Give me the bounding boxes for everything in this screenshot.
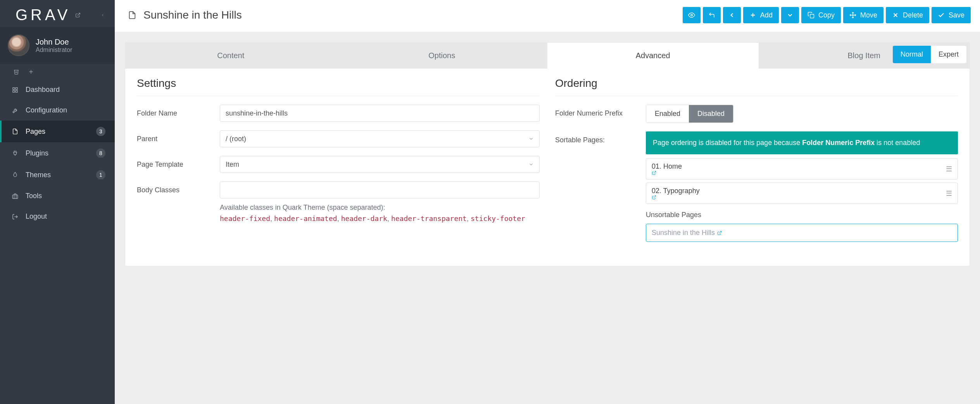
body-classes-label: Body Classes — [137, 181, 210, 194]
settings-heading: Settings — [137, 77, 540, 96]
ordering-notice: Page ordering is disabled for this page … — [646, 131, 958, 154]
svg-point-9 — [691, 14, 693, 16]
sidebar-item-label: Pages — [26, 128, 45, 136]
parent-select[interactable]: / (root) — [220, 130, 540, 147]
sidebar: GRAV John Doe Administrator — [0, 0, 115, 404]
sidebar-collapse-icon[interactable] — [98, 10, 107, 21]
plus-icon[interactable] — [28, 69, 34, 75]
ordering-column: Ordering Folder Numeric Prefix Enabled D… — [555, 77, 958, 250]
sidebar-item-logout[interactable]: Logout — [0, 206, 115, 227]
ordering-heading: Ordering — [555, 77, 958, 96]
parent-label: Parent — [137, 130, 210, 143]
user-name: John Doe — [36, 38, 72, 47]
page-title: Sunshine in the Hills — [143, 9, 242, 21]
sidebar-item-pages[interactable]: Pages 3 — [0, 121, 115, 142]
body-classes-help: Available classes in Quark Theme (space … — [220, 202, 540, 224]
file-icon — [128, 10, 136, 20]
svg-rect-5 — [16, 90, 17, 92]
drag-handle-icon[interactable]: ☰ — [946, 189, 952, 198]
class-code: header-dark — [341, 214, 387, 223]
sidebar-item-themes[interactable]: Themes 1 — [0, 164, 115, 186]
file-icon — [12, 128, 19, 135]
select-value: / (root) — [226, 135, 246, 143]
prefix-enabled-button[interactable]: Enabled — [646, 105, 689, 123]
sortable-item[interactable]: 01. Home ☰ — [646, 158, 958, 180]
copy-button[interactable]: Copy — [801, 7, 841, 23]
notice-strong: Folder Numeric Prefix — [802, 139, 875, 147]
page-template-select[interactable]: Item — [220, 156, 540, 173]
delete-button[interactable]: Delete — [886, 7, 929, 23]
trash-icon[interactable] — [13, 69, 19, 75]
sidebar-item-label: Tools — [26, 192, 42, 200]
add-dropdown-button[interactable] — [781, 7, 799, 23]
main: Sunshine in the Hills — [115, 0, 980, 404]
sortable-item[interactable]: 02. Typography ☰ — [646, 183, 958, 204]
button-label: Save — [949, 11, 964, 19]
notice-text: is not enabled — [875, 139, 920, 147]
external-link-icon[interactable] — [652, 171, 684, 175]
save-button[interactable]: Save — [932, 7, 971, 23]
prefix-label: Folder Numeric Prefix — [555, 105, 637, 117]
sidebar-item-configuration[interactable]: Configuration — [0, 100, 115, 121]
add-button[interactable]: Add — [743, 7, 779, 23]
chevron-down-icon — [528, 162, 534, 167]
notice-text: Page ordering is disabled for this page … — [653, 139, 802, 147]
prefix-disabled-button[interactable]: Disabled — [689, 105, 733, 123]
svg-line-0 — [78, 13, 80, 15]
mode-expert-button[interactable]: Expert — [931, 46, 966, 63]
mode-normal-button[interactable]: Normal — [893, 46, 931, 63]
class-code: header-transparent — [391, 214, 467, 223]
undo-button[interactable] — [703, 7, 721, 23]
eye-icon — [688, 12, 695, 19]
class-code: header-fixed — [220, 214, 270, 223]
sidebar-item-plugins[interactable]: Plugins 8 — [0, 142, 115, 164]
user-block[interactable]: John Doe Administrator — [0, 27, 115, 64]
sidebar-badge: 3 — [96, 127, 105, 136]
brand-name: GRAV — [16, 6, 71, 24]
svg-line-19 — [719, 231, 721, 233]
briefcase-icon — [12, 193, 19, 199]
svg-rect-4 — [16, 88, 17, 90]
dashboard-icon — [12, 87, 19, 93]
sortable-label: Sortable Pages: — [555, 131, 637, 144]
sidebar-item-label: Themes — [26, 171, 51, 179]
move-icon — [849, 12, 856, 19]
plug-icon — [12, 150, 19, 156]
brand-logo[interactable]: GRAV — [16, 6, 81, 24]
svg-rect-3 — [13, 88, 15, 90]
tab-content[interactable]: Content — [125, 43, 336, 69]
chevron-left-icon — [728, 12, 735, 19]
tab-advanced[interactable]: Advanced — [547, 43, 759, 69]
chevron-down-icon — [787, 12, 794, 19]
prefix-toggle: Enabled Disabled — [646, 105, 733, 123]
toolbar: Add Copy Move — [683, 7, 971, 23]
svg-line-17 — [654, 171, 656, 174]
external-link-icon[interactable] — [75, 12, 81, 18]
external-link-icon[interactable] — [717, 231, 722, 235]
drag-handle-icon[interactable]: ☰ — [946, 165, 952, 173]
button-label: Add — [760, 11, 773, 19]
svg-rect-7 — [12, 195, 17, 198]
preview-button[interactable] — [683, 7, 700, 23]
check-icon — [938, 12, 945, 19]
wrench-icon — [12, 107, 19, 114]
folder-name-input[interactable] — [220, 105, 540, 122]
body-classes-input[interactable] — [220, 181, 540, 199]
sidebar-nav: Dashboard Configuration Pages — [0, 79, 115, 227]
tab-options[interactable]: Options — [336, 43, 548, 69]
svg-rect-6 — [13, 90, 15, 92]
copy-icon — [807, 12, 814, 19]
back-button[interactable] — [723, 7, 741, 23]
sortable-item-label: 02. Typography — [652, 187, 700, 195]
external-link-icon[interactable] — [652, 195, 702, 200]
sidebar-item-dashboard[interactable]: Dashboard — [0, 79, 115, 100]
sidebar-item-label: Logout — [26, 212, 47, 221]
chevron-down-icon — [528, 136, 534, 142]
user-role: Administrator — [36, 47, 72, 54]
sidebar-item-tools[interactable]: Tools — [0, 186, 115, 206]
move-button[interactable]: Move — [843, 7, 883, 23]
sidebar-item-label: Dashboard — [26, 86, 60, 94]
button-label: Move — [860, 11, 877, 19]
sortable-item-label: 01. Home — [652, 162, 682, 170]
sidebar-badge: 8 — [96, 148, 105, 158]
